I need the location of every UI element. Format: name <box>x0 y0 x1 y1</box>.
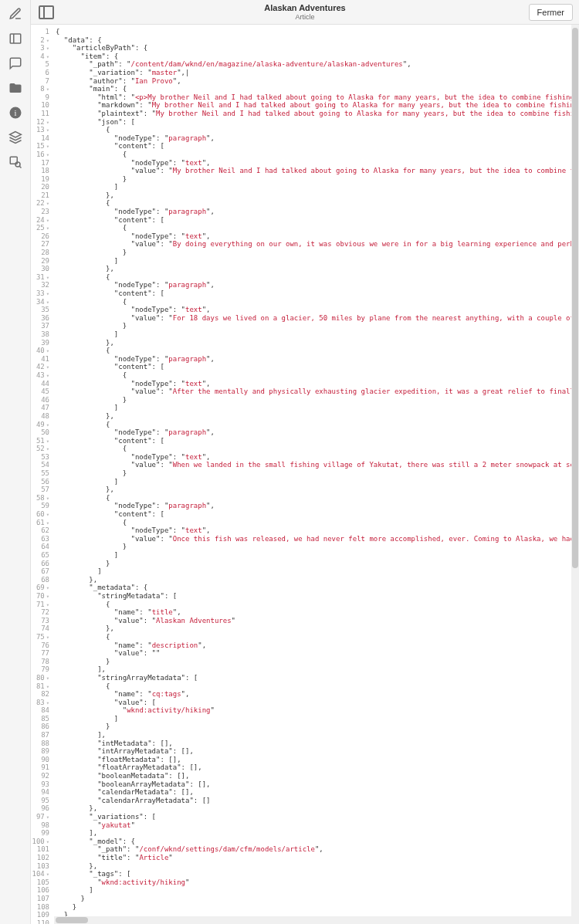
panel-toggle-icon[interactable] <box>37 3 56 22</box>
comment-icon[interactable] <box>8 56 23 71</box>
layers-icon[interactable] <box>8 130 23 145</box>
close-button[interactable]: Fermer <box>529 4 573 21</box>
info-icon[interactable]: i <box>8 105 23 120</box>
page-subtitle: Article <box>264 13 345 22</box>
svg-text:i: i <box>14 109 16 117</box>
horizontal-scrollbar[interactable] <box>54 916 571 924</box>
left-rail: i <box>0 0 31 924</box>
svg-rect-0 <box>10 34 21 43</box>
page-title: Alaskan Adventures <box>264 3 345 13</box>
search-asset-icon[interactable] <box>8 154 23 170</box>
svg-marker-4 <box>9 132 21 138</box>
vertical-scrollbar[interactable] <box>571 25 579 924</box>
svg-line-7 <box>19 166 21 168</box>
main-area: Alaskan Adventures Article Fermer 123456… <box>31 0 579 924</box>
edit-icon[interactable] <box>8 6 23 22</box>
line-gutter: 1234567891011121314151617181920212223242… <box>31 25 54 924</box>
sidebar-icon[interactable] <box>8 31 23 46</box>
json-editor[interactable]: 1234567891011121314151617181920212223242… <box>31 25 579 924</box>
header: Alaskan Adventures Article Fermer <box>31 0 579 25</box>
folder-icon[interactable] <box>8 80 23 96</box>
code-content[interactable]: { "data": { "articleByPath": { "item": {… <box>54 25 579 924</box>
svg-rect-8 <box>39 6 53 19</box>
